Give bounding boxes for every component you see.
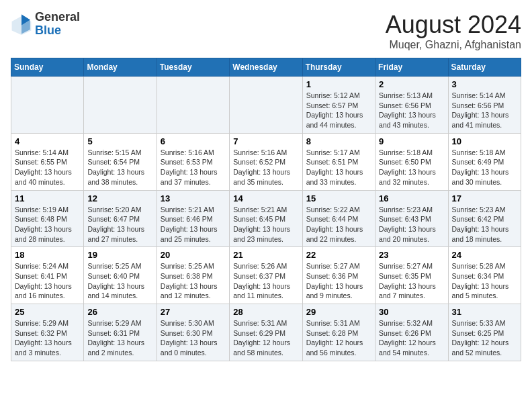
page-subtitle: Muqer, Ghazni, Afghanistan [386, 39, 521, 51]
day-info: Sunrise: 5:28 AMSunset: 6:34 PMDaylight:… [452, 261, 517, 301]
day-number: 31 [452, 307, 517, 317]
day-number: 10 [452, 136, 517, 146]
day-number: 12 [87, 193, 152, 203]
calendar-cell: 2Sunrise: 5:13 AMSunset: 6:56 PMDaylight… [375, 77, 448, 134]
day-info: Sunrise: 5:29 AMSunset: 6:32 PMDaylight:… [15, 318, 80, 358]
calendar-cell: 18Sunrise: 5:24 AMSunset: 6:41 PMDayligh… [11, 247, 84, 304]
day-info: Sunrise: 5:12 AMSunset: 6:57 PMDaylight:… [306, 91, 371, 130]
day-info: Sunrise: 5:25 AMSunset: 6:38 PMDaylight:… [161, 261, 226, 301]
calendar-cell: 31Sunrise: 5:33 AMSunset: 6:25 PMDayligh… [448, 304, 521, 361]
day-info: Sunrise: 5:29 AMSunset: 6:31 PMDaylight:… [87, 318, 152, 358]
day-info: Sunrise: 5:31 AMSunset: 6:28 PMDaylight:… [306, 318, 371, 358]
day-number: 30 [379, 307, 444, 317]
day-number: 2 [379, 79, 444, 89]
day-info: Sunrise: 5:23 AMSunset: 6:42 PMDaylight:… [452, 205, 517, 244]
day-number: 6 [161, 136, 226, 146]
day-number: 20 [161, 250, 226, 260]
day-number: 15 [306, 193, 371, 203]
day-number: 24 [452, 250, 517, 260]
logo: General Blue [11, 11, 80, 38]
header-friday: Friday [375, 58, 448, 77]
calendar-week-row: 25Sunrise: 5:29 AMSunset: 6:32 PMDayligh… [11, 304, 521, 361]
page-header: General Blue August 2024 Muqer, Ghazni, … [11, 11, 521, 51]
calendar-cell [84, 77, 157, 134]
day-info: Sunrise: 5:14 AMSunset: 6:56 PMDaylight:… [452, 91, 517, 130]
calendar-week-row: 18Sunrise: 5:24 AMSunset: 6:41 PMDayligh… [11, 247, 521, 304]
calendar-cell: 26Sunrise: 5:29 AMSunset: 6:31 PMDayligh… [84, 304, 157, 361]
day-info: Sunrise: 5:24 AMSunset: 6:41 PMDaylight:… [15, 261, 80, 301]
day-info: Sunrise: 5:32 AMSunset: 6:26 PMDaylight:… [379, 318, 444, 358]
day-number: 28 [233, 307, 298, 317]
day-info: Sunrise: 5:31 AMSunset: 6:29 PMDaylight:… [233, 318, 298, 358]
day-number: 25 [15, 307, 80, 317]
day-number: 18 [15, 250, 80, 260]
calendar-cell: 25Sunrise: 5:29 AMSunset: 6:32 PMDayligh… [11, 304, 84, 361]
calendar-header-row: SundayMondayTuesdayWednesdayThursdayFrid… [11, 58, 521, 77]
calendar-cell: 6Sunrise: 5:16 AMSunset: 6:53 PMDaylight… [157, 133, 229, 190]
header-tuesday: Tuesday [157, 58, 229, 77]
calendar-cell: 28Sunrise: 5:31 AMSunset: 6:29 PMDayligh… [230, 304, 302, 361]
day-info: Sunrise: 5:23 AMSunset: 6:43 PMDaylight:… [379, 205, 444, 244]
calendar-cell: 4Sunrise: 5:14 AMSunset: 6:55 PMDaylight… [11, 133, 84, 190]
calendar-week-row: 4Sunrise: 5:14 AMSunset: 6:55 PMDaylight… [11, 133, 521, 190]
day-info: Sunrise: 5:15 AMSunset: 6:54 PMDaylight:… [87, 148, 152, 187]
day-number: 21 [233, 250, 298, 260]
header-wednesday: Wednesday [230, 58, 302, 77]
calendar-cell: 12Sunrise: 5:20 AMSunset: 6:47 PMDayligh… [84, 190, 157, 247]
calendar-cell: 20Sunrise: 5:25 AMSunset: 6:38 PMDayligh… [157, 247, 229, 304]
day-number: 27 [161, 307, 226, 317]
page-title: August 2024 [386, 11, 521, 39]
day-info: Sunrise: 5:17 AMSunset: 6:51 PMDaylight:… [306, 148, 371, 187]
day-info: Sunrise: 5:33 AMSunset: 6:25 PMDaylight:… [452, 318, 517, 358]
day-number: 17 [452, 193, 517, 203]
day-info: Sunrise: 5:30 AMSunset: 6:30 PMDaylight:… [161, 318, 226, 358]
calendar-cell: 17Sunrise: 5:23 AMSunset: 6:42 PMDayligh… [448, 190, 521, 247]
calendar-cell: 16Sunrise: 5:23 AMSunset: 6:43 PMDayligh… [375, 190, 448, 247]
calendar-cell: 3Sunrise: 5:14 AMSunset: 6:56 PMDaylight… [448, 77, 521, 134]
calendar-cell: 30Sunrise: 5:32 AMSunset: 6:26 PMDayligh… [375, 304, 448, 361]
day-info: Sunrise: 5:21 AMSunset: 6:46 PMDaylight:… [161, 205, 226, 244]
calendar-cell: 15Sunrise: 5:22 AMSunset: 6:44 PMDayligh… [302, 190, 375, 247]
day-info: Sunrise: 5:25 AMSunset: 6:40 PMDaylight:… [87, 261, 152, 301]
title-block: August 2024 Muqer, Ghazni, Afghanistan [386, 11, 521, 51]
calendar-table: SundayMondayTuesdayWednesdayThursdayFrid… [11, 58, 521, 361]
day-info: Sunrise: 5:16 AMSunset: 6:52 PMDaylight:… [233, 148, 298, 187]
day-info: Sunrise: 5:19 AMSunset: 6:48 PMDaylight:… [15, 205, 80, 244]
header-monday: Monday [84, 58, 157, 77]
calendar-week-row: 11Sunrise: 5:19 AMSunset: 6:48 PMDayligh… [11, 190, 521, 247]
day-number: 22 [306, 250, 371, 260]
calendar-cell: 11Sunrise: 5:19 AMSunset: 6:48 PMDayligh… [11, 190, 84, 247]
day-info: Sunrise: 5:13 AMSunset: 6:56 PMDaylight:… [379, 91, 444, 130]
header-sunday: Sunday [11, 58, 84, 77]
day-info: Sunrise: 5:14 AMSunset: 6:55 PMDaylight:… [15, 148, 80, 187]
day-number: 19 [87, 250, 152, 260]
calendar-cell [157, 77, 229, 134]
day-number: 29 [306, 307, 371, 317]
day-number: 13 [161, 193, 226, 203]
logo-blue: Blue [35, 24, 61, 37]
day-number: 8 [306, 136, 371, 146]
calendar-cell: 21Sunrise: 5:26 AMSunset: 6:37 PMDayligh… [230, 247, 302, 304]
calendar-cell: 27Sunrise: 5:30 AMSunset: 6:30 PMDayligh… [157, 304, 229, 361]
calendar-cell: 10Sunrise: 5:18 AMSunset: 6:49 PMDayligh… [448, 133, 521, 190]
calendar-cell: 7Sunrise: 5:16 AMSunset: 6:52 PMDaylight… [230, 133, 302, 190]
day-info: Sunrise: 5:16 AMSunset: 6:53 PMDaylight:… [161, 148, 226, 187]
calendar-cell [11, 77, 84, 134]
day-number: 16 [379, 193, 444, 203]
day-number: 4 [15, 136, 80, 146]
calendar-cell: 1Sunrise: 5:12 AMSunset: 6:57 PMDaylight… [302, 77, 375, 134]
day-number: 3 [452, 79, 517, 89]
day-info: Sunrise: 5:22 AMSunset: 6:44 PMDaylight:… [306, 205, 371, 244]
calendar-cell: 9Sunrise: 5:18 AMSunset: 6:50 PMDaylight… [375, 133, 448, 190]
day-info: Sunrise: 5:26 AMSunset: 6:37 PMDaylight:… [233, 261, 298, 301]
calendar-cell: 29Sunrise: 5:31 AMSunset: 6:28 PMDayligh… [302, 304, 375, 361]
day-number: 14 [233, 193, 298, 203]
day-number: 7 [233, 136, 298, 146]
calendar-cell: 5Sunrise: 5:15 AMSunset: 6:54 PMDaylight… [84, 133, 157, 190]
day-number: 9 [379, 136, 444, 146]
logo-general: General [35, 10, 80, 24]
logo-text: General Blue [35, 11, 80, 38]
calendar-cell: 22Sunrise: 5:27 AMSunset: 6:36 PMDayligh… [302, 247, 375, 304]
day-number: 23 [379, 250, 444, 260]
calendar-cell: 19Sunrise: 5:25 AMSunset: 6:40 PMDayligh… [84, 247, 157, 304]
